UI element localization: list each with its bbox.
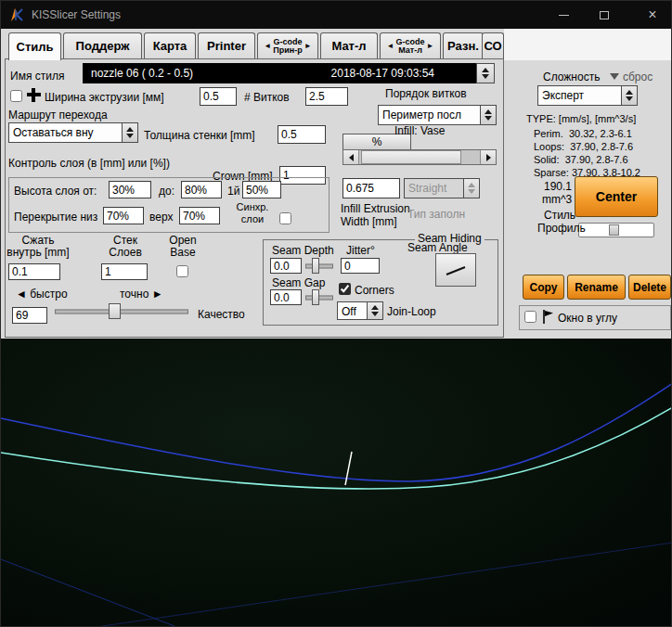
scroll-left-icon[interactable]	[343, 150, 359, 164]
volume-value: 190.1	[544, 180, 572, 193]
jitter-input[interactable]	[341, 258, 380, 274]
infill-vase-label: Infill: Vase	[394, 124, 445, 137]
style-name-value: nozzle 06 ( 0.2 - 0.5)	[84, 67, 331, 80]
corner-window-label: Окно в углу	[558, 312, 617, 325]
overlap-low-input[interactable]	[103, 207, 144, 224]
3d-viewport[interactable]	[1, 339, 672, 627]
quality-fast-label: ◄ быстро	[16, 288, 68, 301]
delete-button[interactable]: Delete	[628, 275, 671, 300]
reset-label[interactable]: сброс	[623, 70, 653, 83]
style-select-checkbox[interactable]	[10, 90, 22, 102]
infill-vase-scrollbar[interactable]	[342, 149, 497, 165]
left-arrow-icon: ◄	[264, 42, 271, 50]
seam-gap-input[interactable]	[270, 289, 302, 305]
inset-label: Сжатьвнутрь [mm]	[5, 235, 71, 259]
tab-misc[interactable]: Разн.	[443, 32, 484, 58]
corners-label: Corners	[355, 284, 394, 297]
title-bar: KISSlicer Settings ×	[1, 1, 672, 29]
infill-type-combo[interactable]: Straight	[404, 178, 480, 198]
open-base-label: OpenBase	[161, 235, 205, 259]
seam-angle-icon	[439, 259, 472, 281]
quality-precise-label: точно ►	[120, 288, 163, 301]
seam-gap-slider[interactable]	[304, 289, 335, 305]
infill-extrusion-label-2: Width [mm]	[341, 215, 397, 228]
tab-gcode-material[interactable]: ◄ G-codeМат-л ►	[380, 32, 441, 58]
minimize-button[interactable]	[543, 1, 584, 29]
infill-extrusion-label-1: Infill Extrusion	[341, 202, 410, 215]
sync-layers-label: Синхр.слои	[229, 201, 276, 225]
tab-map[interactable]: Карта	[144, 32, 196, 58]
rename-button[interactable]: Rename	[567, 275, 626, 300]
tab-co[interactable]: СО	[482, 32, 504, 58]
seam-depth-slider[interactable]	[304, 258, 335, 274]
combo-stepper-icon	[621, 86, 637, 105]
toolpath-preview	[1, 339, 672, 627]
copy-button[interactable]: Copy	[523, 275, 564, 300]
profile-mini-slider[interactable]	[578, 223, 654, 237]
maximize-button[interactable]	[584, 1, 625, 29]
center-button[interactable]: Center	[575, 176, 658, 217]
corners-checkbox[interactable]	[339, 283, 351, 295]
reset-dropdown-icon[interactable]	[610, 73, 619, 80]
travel-path-label: Маршрут перехода	[8, 109, 108, 122]
seam-gap-label: Seam Gap	[272, 276, 325, 289]
layer-control-label: Контроль слоя (в [mm] или [%])	[8, 157, 170, 170]
app-logo-icon	[8, 6, 25, 23]
first-layer-label: 1й	[227, 185, 239, 198]
overlap-up-label: верх	[149, 211, 173, 224]
complexity-combo[interactable]: Эксперт	[537, 85, 638, 106]
inset-input[interactable]	[8, 263, 60, 280]
loop-order-combo[interactable]: Периметр посл	[378, 105, 497, 125]
flag-icon	[541, 309, 555, 325]
type-line-perim: Perim. 30.32, 2.3-6.1	[534, 127, 632, 140]
style-side-label: Стиль	[544, 209, 575, 222]
volume-unit: mm^3	[542, 193, 572, 206]
stepper-down-icon	[482, 74, 489, 79]
maximize-icon	[600, 11, 609, 19]
style-name-stepper[interactable]	[476, 63, 495, 83]
travel-path-combo[interactable]: Оставаться вну	[8, 122, 138, 143]
combo-stepper-icon	[480, 106, 496, 124]
slider-handle[interactable]	[609, 224, 619, 236]
loops-input[interactable]	[305, 87, 348, 106]
tab-material[interactable]: Мат-л	[320, 32, 378, 58]
join-loop-combo[interactable]: Off	[337, 301, 383, 320]
first-layer-input[interactable]	[242, 181, 281, 198]
tabstrip-background	[504, 29, 672, 60]
open-base-checkbox[interactable]	[176, 265, 188, 277]
scrollbar-thumb[interactable]	[361, 150, 461, 164]
tab-printer[interactable]: Printer	[198, 32, 255, 58]
infill-type-label: Тип заполн	[407, 208, 465, 221]
combo-stepper-icon	[367, 302, 382, 319]
overlap-up-input[interactable]	[179, 207, 220, 224]
layer-height-to-input[interactable]	[181, 181, 222, 198]
close-button[interactable]: ×	[632, 1, 672, 29]
combo-stepper-icon	[463, 179, 479, 198]
slider-handle[interactable]	[312, 289, 319, 305]
corner-window-checkbox[interactable]	[524, 311, 536, 323]
seam-depth-input[interactable]	[270, 258, 302, 274]
slider-handle[interactable]	[312, 258, 319, 274]
tab-style[interactable]: Стиль	[8, 32, 61, 60]
seam-depth-label: Seam Depth	[272, 244, 334, 257]
jitter-label: Jitter°	[346, 244, 375, 257]
tab-support[interactable]: Поддерж	[63, 32, 142, 58]
window-title: KISSlicer Settings	[32, 8, 121, 21]
quality-slider[interactable]	[53, 303, 190, 319]
layer-height-from-input[interactable]	[109, 181, 151, 198]
infill-extrusion-width-input[interactable]	[342, 178, 400, 198]
seam-angle-button[interactable]	[435, 253, 476, 287]
sync-layers-checkbox[interactable]	[279, 212, 291, 224]
scroll-right-icon[interactable]	[480, 150, 496, 164]
stack-layers-input[interactable]	[101, 263, 148, 280]
loops-label: # Витков	[244, 91, 290, 104]
add-style-icon[interactable]	[27, 88, 41, 102]
wall-thickness-input[interactable]	[278, 125, 326, 144]
tab-gcode-printer[interactable]: ◄ G-codeПрин-р ►	[257, 32, 318, 58]
extrusion-width-input[interactable]	[200, 87, 237, 106]
combo-stepper-icon	[122, 123, 137, 142]
style-name-combo[interactable]: nozzle 06 ( 0.2 - 0.5) 2018-08-17 09:03:…	[83, 63, 476, 83]
quality-value-input[interactable]	[12, 307, 47, 324]
slider-handle[interactable]	[109, 303, 121, 319]
join-loop-label: Join-Loop	[387, 305, 436, 318]
